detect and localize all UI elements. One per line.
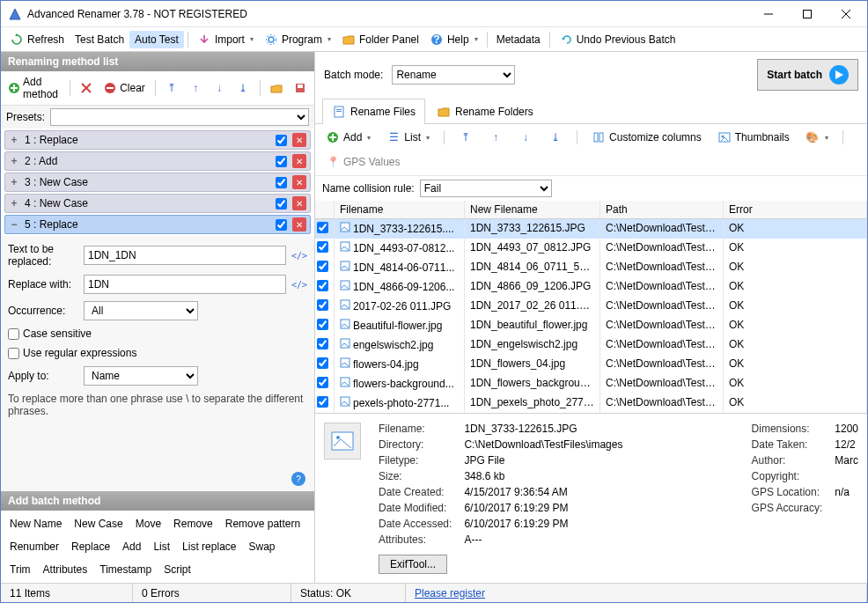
add-files-button[interactable]: Add▾ [320, 128, 376, 147]
row-checkbox[interactable] [317, 299, 328, 311]
batch-method-item[interactable]: Script [164, 563, 191, 576]
row-checkbox[interactable] [317, 338, 328, 349]
table-row[interactable]: 2017-02-26 011.JPG1DN_2017_02_26 011.JPG… [315, 297, 867, 316]
col-new-filename[interactable]: New Filename [465, 201, 600, 218]
col-error[interactable]: Error [724, 201, 867, 218]
program-button[interactable]: Program▾ [259, 30, 336, 49]
method-delete-button[interactable]: ✕ [292, 196, 306, 210]
tab-rename-files[interactable]: Rename Files [322, 99, 425, 124]
tab-rename-folders[interactable]: Rename Folders [427, 99, 543, 124]
register-link[interactable]: Please register [415, 587, 485, 599]
file-move-down-button[interactable]: ↓ [513, 128, 538, 147]
batch-method-item[interactable]: Renumber [10, 540, 59, 553]
occurrence-select[interactable]: All [84, 301, 198, 320]
method-item[interactable]: +1 : Replace✕ [4, 130, 311, 150]
batch-method-item[interactable]: Attributes [43, 563, 88, 576]
row-checkbox[interactable] [317, 396, 328, 408]
batch-method-item[interactable]: Remove pattern [225, 518, 300, 530]
customize-columns-button[interactable]: Customize columns [586, 128, 707, 147]
method-checkbox[interactable] [276, 219, 287, 231]
table-row[interactable]: 1DN_4814-06-0711...1DN_4814_06_0711_5x7.… [315, 258, 867, 277]
delete-method-button[interactable] [76, 79, 97, 97]
move-bottom-button[interactable]: ⤓ [232, 79, 254, 97]
table-row[interactable]: pexels-photo-2771...1DN_pexels_photo_277… [315, 393, 867, 413]
batch-method-item[interactable]: New Name [10, 518, 62, 530]
file-move-top-button[interactable]: ⤒ [453, 128, 478, 147]
method-delete-button[interactable]: ✕ [292, 217, 306, 232]
undo-button[interactable]: Undo Previous Batch [554, 30, 681, 49]
batch-method-item[interactable]: List [153, 540, 170, 553]
method-item[interactable]: +3 : New Case✕ [4, 173, 311, 192]
import-button[interactable]: Import▾ [192, 30, 259, 49]
folder-panel-button[interactable]: Folder Panel [336, 30, 424, 49]
table-row[interactable]: Beautiful-flower.jpg1DN_beautiful_flower… [315, 316, 867, 335]
save-button[interactable] [290, 79, 311, 97]
batch-method-item[interactable]: Remove [173, 518, 213, 530]
method-item[interactable]: −5 : Replace✕ [4, 215, 311, 234]
batch-method-item[interactable]: Move [136, 518, 161, 530]
tag-icon[interactable]: </> [291, 247, 307, 263]
batch-method-item[interactable]: Timestamp [99, 563, 151, 576]
help-button[interactable]: ?Help▾ [424, 30, 483, 49]
move-top-button[interactable]: ⤒ [161, 79, 182, 97]
list-button[interactable]: ☰List▾ [381, 128, 435, 147]
row-checkbox[interactable] [317, 222, 328, 233]
method-delete-button[interactable]: ✕ [292, 133, 306, 147]
method-checkbox[interactable] [276, 156, 287, 167]
clear-methods-button[interactable]: Clear [99, 79, 149, 97]
method-checkbox[interactable] [276, 198, 287, 210]
batch-method-item[interactable]: Swap [248, 540, 275, 553]
gps-values-button[interactable]: 📍GPS Values [320, 152, 405, 172]
case-sensitive-checkbox[interactable] [8, 328, 19, 340]
table-row[interactable]: 1DN_4866-09-1206...1DN_4866_09_1206.JPGC… [315, 277, 867, 297]
apply-to-select[interactable]: Name [84, 366, 198, 386]
collision-select[interactable]: Fail [420, 180, 552, 197]
file-move-up-button[interactable]: ↑ [483, 128, 508, 147]
expand-icon[interactable]: + [9, 134, 19, 146]
row-checkbox[interactable] [317, 241, 328, 253]
open-button[interactable] [266, 79, 287, 97]
expand-icon[interactable]: + [9, 197, 19, 210]
row-checkbox[interactable] [317, 357, 328, 369]
method-help-button[interactable]: ? [291, 472, 305, 486]
method-delete-button[interactable]: ✕ [292, 175, 306, 189]
table-row[interactable]: flowers-04.jpg1DN_flowers_04.jpgC:\NetDo… [315, 355, 867, 374]
col-path[interactable]: Path [600, 201, 724, 218]
color-button[interactable]: 🎨▾ [800, 128, 834, 147]
batch-method-item[interactable]: List replace [182, 540, 236, 553]
table-row[interactable]: engelswisch2.jpg1DN_engelswisch2.jpgC:\N… [315, 335, 867, 355]
add-method-button[interactable]: Add method [4, 74, 63, 102]
table-row[interactable]: 1DN_3733-122615....1DN_3733_122615.JPGC:… [315, 219, 867, 239]
row-checkbox[interactable] [317, 280, 328, 291]
table-row[interactable]: flowers-background...1DN_flowers_backgro… [315, 374, 867, 393]
batch-method-item[interactable]: Add [122, 540, 141, 553]
row-checkbox[interactable] [317, 377, 328, 388]
refresh-button[interactable]: Refresh [4, 30, 70, 49]
method-checkbox[interactable] [276, 177, 287, 188]
move-up-button[interactable]: ↑ [185, 79, 206, 97]
replace-with-input[interactable] [84, 275, 286, 294]
thumbnails-button[interactable]: Thumbnails [712, 128, 795, 147]
close-button[interactable] [827, 2, 865, 26]
presets-select[interactable] [50, 108, 309, 126]
metadata-button[interactable]: Metadata [491, 31, 546, 48]
auto-test-button[interactable]: Auto Test [129, 31, 184, 48]
method-item[interactable]: +2 : Add✕ [4, 151, 311, 171]
batch-method-item[interactable]: New Case [74, 518, 122, 530]
exiftool-button[interactable]: ExifTool... [379, 555, 447, 574]
test-batch-button[interactable]: Test Batch [70, 31, 129, 48]
regex-checkbox[interactable] [8, 348, 19, 359]
start-batch-button[interactable]: Start batch [757, 59, 858, 91]
text-to-replace-input[interactable] [84, 246, 286, 265]
method-delete-button[interactable]: ✕ [292, 154, 306, 168]
method-checkbox[interactable] [276, 135, 287, 146]
row-checkbox[interactable] [317, 319, 328, 330]
batch-mode-select[interactable]: Rename [392, 65, 515, 85]
minimize-button[interactable] [749, 2, 788, 26]
table-row[interactable]: 1DN_4493-07-0812...1DN_4493_07_0812.JPGC… [315, 239, 867, 258]
batch-method-item[interactable]: Replace [71, 540, 110, 553]
batch-method-item[interactable]: Trim [10, 563, 31, 576]
maximize-button[interactable] [788, 2, 827, 26]
row-checkbox[interactable] [317, 261, 328, 272]
move-down-button[interactable]: ↓ [209, 79, 230, 97]
